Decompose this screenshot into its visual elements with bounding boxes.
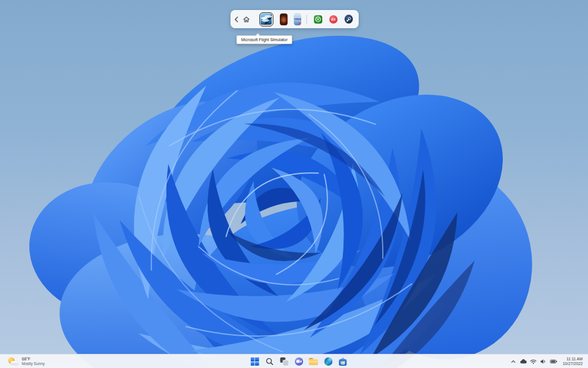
wallpaper-bloom	[0, 0, 588, 368]
edge-icon[interactable]	[324, 357, 333, 366]
taskbar-center-icons	[250, 354, 348, 368]
toolbar-separator	[306, 15, 307, 24]
task-view-icon[interactable]	[280, 357, 289, 366]
battery-icon[interactable]	[550, 358, 557, 366]
forza-label: FORZA	[294, 18, 302, 21]
flight-simulator-icon	[260, 14, 272, 25]
partly-sunny-icon	[8, 357, 18, 366]
desktop: FORZA EA Microsoft	[0, 0, 588, 368]
ea-label: EA	[332, 18, 336, 21]
back-chevron-icon[interactable]	[234, 15, 239, 24]
store-icon[interactable]	[339, 357, 348, 366]
onedrive-cloud-icon[interactable]	[520, 358, 527, 366]
tooltip: Microsoft Flight Simulator	[236, 35, 292, 44]
taskbar: 68°F Mostly Sunny	[0, 354, 588, 368]
chat-icon[interactable]	[295, 357, 303, 366]
weather-widget[interactable]: 68°F Mostly Sunny	[0, 354, 51, 368]
wifi-icon[interactable]	[530, 358, 537, 366]
search-icon[interactable]	[265, 357, 274, 366]
chevron-up-icon[interactable]	[510, 358, 517, 366]
volume-icon[interactable]	[540, 358, 547, 366]
taskbar-clock[interactable]: 11:11 AM 10/27/2022	[563, 357, 583, 366]
game-bar-toolbar: FORZA EA	[230, 10, 359, 28]
weather-temperature: 68°F	[22, 357, 45, 362]
home-icon[interactable]	[243, 15, 250, 24]
forza-tile[interactable]: FORZA	[294, 14, 302, 25]
file-explorer-icon[interactable]	[309, 357, 318, 366]
weather-condition: Mostly Sunny	[22, 362, 45, 366]
clock-time: 11:11 AM	[563, 357, 583, 362]
steam-icon[interactable]	[345, 15, 353, 24]
start-icon[interactable]	[250, 357, 259, 366]
tooltip-text: Microsoft Flight Simulator	[241, 38, 288, 42]
game-art-tile[interactable]	[280, 14, 288, 25]
flight-simulator-tile[interactable]	[259, 12, 273, 26]
ea-icon[interactable]: EA	[329, 15, 338, 24]
xbox-icon[interactable]	[314, 15, 322, 24]
taskbar-tray: 11:11 AM 10/27/2022	[510, 354, 588, 368]
clock-date: 10/27/2022	[563, 362, 583, 366]
